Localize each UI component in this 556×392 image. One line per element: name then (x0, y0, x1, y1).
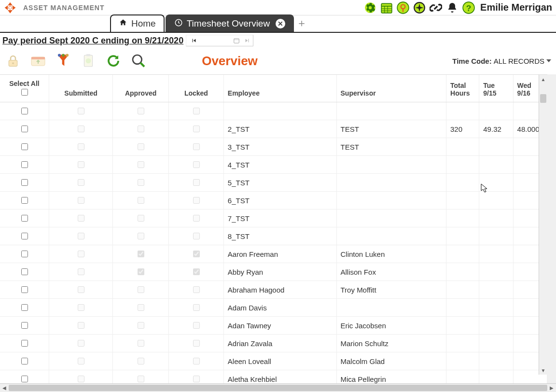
col-header-total-hours[interactable]: Total Hours (446, 75, 479, 102)
timecode-select[interactable]: ALL RECORDS (494, 57, 551, 65)
table-row[interactable]: Abraham Hagood Troy Moffitt (0, 281, 547, 299)
gear-icon[interactable] (363, 1, 377, 14)
refresh-icon[interactable] (105, 53, 122, 69)
compass-icon[interactable] (413, 1, 426, 14)
row-locked-checkbox (193, 179, 200, 186)
scroll-up-icon[interactable]: ▲ (539, 75, 547, 84)
tab-timesheet-overview[interactable]: Timesheet Overview ✕ (166, 14, 294, 32)
row-submitted-checkbox (78, 358, 84, 364)
row-select-checkbox[interactable] (21, 126, 28, 132)
calendar-picker-icon[interactable] (232, 36, 241, 45)
table-row[interactable]: 8_TST (0, 227, 547, 245)
row-select-checkbox[interactable] (21, 358, 28, 364)
clipboard-icon[interactable] (80, 53, 97, 69)
help-icon[interactable]: ? (462, 1, 475, 14)
username-label[interactable]: Emilie Merrigan (480, 2, 552, 13)
table-row[interactable]: Aleen Loveall Malcolm Glad (0, 352, 547, 370)
row-supervisor-cell (336, 102, 446, 120)
table-row[interactable]: 7_TST (0, 210, 547, 227)
col-header-locked[interactable]: Locked (169, 75, 224, 102)
logo-icon (4, 1, 16, 14)
vertical-scrollbar[interactable]: ▲ ▼ (539, 75, 547, 375)
first-page-icon[interactable] (189, 36, 199, 45)
last-page-icon[interactable] (242, 36, 252, 45)
col-header-supervisor[interactable]: Supervisor (336, 75, 446, 102)
search-icon[interactable] (130, 53, 147, 69)
scroll-down-icon[interactable]: ▼ (539, 366, 547, 375)
scroll-left-icon[interactable]: ◀ (0, 384, 9, 392)
row-supervisor-cell: Allison Fox (336, 263, 446, 281)
table-row[interactable]: 4_TST (0, 156, 547, 174)
row-approved-checkbox (138, 161, 144, 168)
row-select-checkbox[interactable] (21, 161, 28, 168)
calendar-icon[interactable] (380, 1, 393, 14)
scroll-right-icon[interactable]: ▶ (547, 384, 556, 392)
globe-icon[interactable] (396, 1, 410, 14)
row-select-checkbox[interactable] (21, 179, 28, 186)
lock-icon[interactable] (5, 53, 21, 69)
table-row[interactable]: 5_TST (0, 174, 547, 192)
row-submitted-checkbox (78, 161, 84, 168)
payperiod-dropdown[interactable]: Pay period Sept 2020 C ending on 9/21/20… (2, 35, 184, 46)
row-day1-cell (479, 210, 513, 227)
row-total-cell (446, 174, 479, 192)
select-all-checkbox[interactable] (21, 89, 28, 96)
row-select-checkbox[interactable] (21, 286, 28, 293)
row-select-checkbox[interactable] (21, 251, 28, 257)
row-total-cell (446, 370, 479, 384)
table-row[interactable]: 6_TST (0, 192, 547, 210)
table-row[interactable]: Adrian Zavala Marion Schultz (0, 335, 547, 352)
row-select-checkbox[interactable] (21, 376, 28, 382)
table-row[interactable]: Adam Davis (0, 299, 547, 317)
table-row[interactable]: Abby Ryan Allison Fox (0, 263, 547, 281)
svg-point-0 (9, 6, 12, 9)
horizontal-scrollbar[interactable]: ◀ ▶ (0, 383, 556, 392)
close-icon[interactable]: ✕ (276, 19, 285, 28)
row-select-checkbox[interactable] (21, 215, 28, 222)
svg-text:?: ? (466, 3, 472, 13)
export-icon[interactable] (30, 53, 46, 69)
row-locked-checkbox (193, 268, 200, 275)
row-locked-checkbox (193, 161, 200, 168)
col-header-submitted[interactable]: Submitted (49, 75, 112, 102)
row-submitted-checkbox (78, 286, 84, 293)
table-row[interactable]: Aletha Krehbiel Mica Pellegrin (0, 370, 547, 384)
timesheet-table-wrap[interactable]: Select All Submitted Approved Locked Emp… (0, 74, 547, 383)
col-header-day1[interactable]: Tue 9/15 (479, 75, 513, 102)
filter-icon[interactable] (55, 53, 71, 69)
table-row[interactable]: Adan Tawney Eric Jacobsen (0, 317, 547, 335)
row-submitted-checkbox (78, 268, 84, 275)
row-day1-cell (479, 299, 513, 317)
col-header-approved[interactable]: Approved (113, 75, 169, 102)
row-submitted-checkbox (78, 108, 84, 114)
add-tab-button[interactable]: ＋ (295, 14, 308, 32)
col-header-employee[interactable]: Employee (223, 75, 336, 102)
row-approved-checkbox (138, 251, 144, 257)
scroll-thumb[interactable] (540, 94, 546, 103)
row-select-checkbox[interactable] (21, 340, 28, 347)
tab-home[interactable]: Home (110, 14, 165, 32)
table-row[interactable]: 2_TST TEST 320 49.32 48.0000 (0, 120, 547, 138)
row-select-checkbox[interactable] (21, 108, 28, 114)
row-supervisor-cell (336, 227, 446, 245)
row-total-cell (446, 299, 479, 317)
row-select-checkbox[interactable] (21, 322, 28, 329)
row-supervisor-cell: Eric Jacobsen (336, 317, 446, 335)
row-select-checkbox[interactable] (21, 233, 28, 239)
col-header-select-all[interactable]: Select All (0, 75, 49, 102)
hscroll-thumb[interactable] (9, 385, 547, 391)
row-select-checkbox[interactable] (21, 197, 28, 204)
row-select-checkbox[interactable] (21, 304, 28, 311)
table-row[interactable] (0, 102, 547, 120)
row-approved-checkbox (138, 376, 144, 382)
row-select-checkbox[interactable] (21, 268, 28, 275)
table-row[interactable]: 3_TST TEST (0, 138, 547, 156)
table-row[interactable]: Aaron Freeman Clinton Luken (0, 245, 547, 263)
link-icon[interactable] (429, 1, 443, 14)
row-supervisor-cell (336, 156, 446, 174)
row-employee-cell: Aleen Loveall (223, 352, 336, 370)
row-day1-cell (479, 317, 513, 335)
bell-icon[interactable] (445, 1, 459, 14)
row-select-checkbox[interactable] (21, 143, 28, 150)
row-day1-cell (479, 138, 513, 156)
